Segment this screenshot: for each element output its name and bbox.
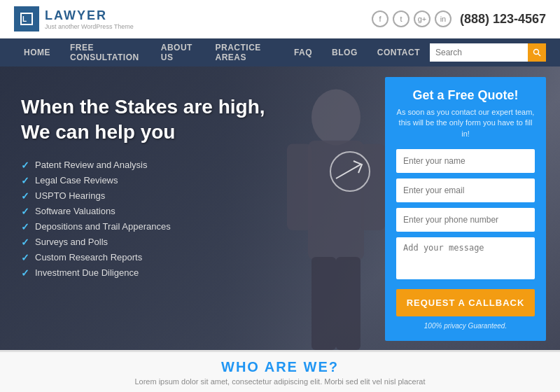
nav-faq[interactable]: FAQ bbox=[284, 38, 322, 66]
nav-contact[interactable]: CONTACT bbox=[368, 38, 430, 66]
quote-title: Get a Free Quote! bbox=[396, 88, 535, 103]
facebook-icon[interactable]: f bbox=[372, 10, 388, 27]
hero-title: When the Stakes are high, We can help yo… bbox=[21, 94, 265, 146]
linkedin-icon[interactable]: in bbox=[435, 10, 451, 27]
svg-point-10 bbox=[330, 152, 370, 191]
logo-icon: L bbox=[14, 6, 39, 31]
feature-item: Investment Due Diligence bbox=[21, 267, 265, 279]
hero-section: When the Stakes are high, We can help yo… bbox=[0, 66, 560, 350]
nav-links: HOME FREE CONSULTATION ABOUT US PRACTICE… bbox=[14, 38, 430, 66]
logo-tagline: Just another WordPress Theme bbox=[45, 23, 134, 30]
quote-form: Get a Free Quote! As soon as you contact… bbox=[385, 77, 546, 341]
svg-line-11 bbox=[336, 164, 360, 178]
search-input[interactable] bbox=[430, 43, 528, 62]
email-input[interactable] bbox=[396, 178, 535, 202]
feature-item: Software Valuations bbox=[21, 206, 265, 217]
phone-number: (888) 123-4567 bbox=[460, 12, 546, 27]
feature-item: Patent Review and Analysis bbox=[21, 160, 265, 171]
search-button[interactable] bbox=[528, 43, 546, 62]
callback-button[interactable]: REQUEST A CALLBACK bbox=[396, 289, 535, 316]
phone-input[interactable] bbox=[396, 208, 535, 232]
svg-line-3 bbox=[538, 54, 540, 56]
feature-item: Depositions and Trail Apperances bbox=[21, 221, 265, 232]
navbar: HOME FREE CONSULTATION ABOUT US PRACTICE… bbox=[0, 38, 560, 66]
nav-practice-areas[interactable]: PRACTICE AREAS bbox=[205, 38, 284, 66]
nav-blog[interactable]: BLOG bbox=[322, 38, 368, 66]
svg-rect-6 bbox=[287, 144, 312, 231]
quote-subtitle: As soon as you contact our expert team, … bbox=[396, 107, 535, 139]
feature-item: Custom Research Reports bbox=[21, 252, 265, 263]
who-are-we-description: Lorem ipsum dolor sit amet, consectetur … bbox=[134, 377, 425, 386]
logo-text: LAWYER Just another WordPress Theme bbox=[45, 8, 134, 30]
feature-item: Surveys and Polls bbox=[21, 237, 265, 248]
twitter-icon[interactable]: t bbox=[393, 10, 410, 27]
svg-point-2 bbox=[534, 50, 539, 55]
search-area bbox=[430, 43, 546, 62]
nav-about-us[interactable]: ABOUT US bbox=[151, 38, 206, 66]
message-input[interactable] bbox=[396, 237, 535, 279]
svg-text:L: L bbox=[22, 15, 27, 23]
svg-point-4 bbox=[312, 90, 360, 146]
googleplus-icon[interactable]: g+ bbox=[414, 10, 430, 27]
logo-name: LAWYER bbox=[45, 8, 134, 23]
social-icons: f t g+ in bbox=[372, 10, 451, 27]
logo-area: L LAWYER Just another WordPress Theme bbox=[14, 6, 134, 31]
feature-item: USPTO Hearings bbox=[21, 190, 265, 202]
arrow-decoration bbox=[329, 150, 371, 192]
site-header: L LAWYER Just another WordPress Theme f … bbox=[0, 0, 560, 38]
name-input[interactable] bbox=[396, 149, 535, 173]
nav-free-consultation[interactable]: FREE CONSULTATION bbox=[60, 38, 151, 66]
feature-item: Legal Case Reviews bbox=[21, 175, 265, 186]
privacy-text: 100% privacy Guaranteed. bbox=[396, 322, 535, 330]
bottom-section: WHO ARE WE? Lorem ipsum dolor sit amet, … bbox=[0, 350, 560, 392]
hero-content: When the Stakes are high, We can help yo… bbox=[21, 94, 265, 279]
svg-rect-8 bbox=[312, 257, 336, 350]
who-are-we-title: WHO ARE WE? bbox=[221, 359, 339, 375]
feature-list: Patent Review and Analysis Legal Case Re… bbox=[21, 160, 265, 279]
nav-home[interactable]: HOME bbox=[14, 38, 60, 66]
header-right: f t g+ in (888) 123-4567 bbox=[372, 10, 546, 27]
svg-rect-9 bbox=[336, 257, 360, 350]
